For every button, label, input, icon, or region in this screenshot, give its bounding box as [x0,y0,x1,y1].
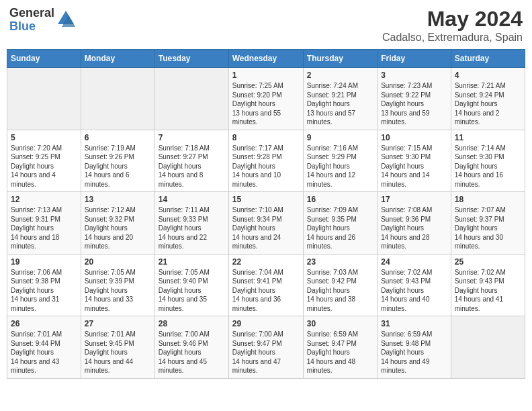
day-number: 4 [455,71,521,80]
sunrise-label: Sunrise: 7:21 AM [455,82,506,89]
cell-content: Sunrise: 7:11 AMSunset: 9:33 PMDaylight … [159,205,225,251]
daylight-label: Daylight hours [232,163,275,170]
daylight-label: Daylight hours [85,349,128,356]
day-number: 23 [307,257,373,267]
calendar-cell [154,68,228,130]
month-title: May 2024 [382,7,523,32]
calendar-cell: 3Sunrise: 7:23 AMSunset: 9:22 PMDaylight… [378,68,451,130]
cell-content: Sunrise: 7:02 AMSunset: 9:43 PMDaylight … [381,268,447,314]
cell-content: Sunrise: 6:59 AMSunset: 9:48 PMDaylight … [381,330,447,375]
sunset-label: Sunset: 9:43 PM [455,277,504,285]
day-number: 2 [307,71,373,80]
daylight-label: Daylight hours [159,349,202,356]
sunrise-label: Sunrise: 6:59 AM [307,330,358,338]
day-number: 28 [159,319,225,328]
day-number: 29 [232,319,300,328]
sunrise-label: Sunrise: 7:00 AM [232,330,283,338]
day-number: 14 [159,195,225,204]
sunset-label: Sunset: 9:35 PM [307,216,357,223]
calendar-cell: 29Sunrise: 7:00 AMSunset: 9:47 PMDayligh… [228,316,303,379]
sunrise-label: Sunrise: 7:25 AM [232,82,283,89]
calendar-week-3: 12Sunrise: 7:13 AMSunset: 9:31 PMDayligh… [7,192,525,255]
sunrise-label: Sunrise: 7:05 AM [85,269,136,276]
daylight-value: 14 hours and 2 minutes. [455,109,500,126]
sunrise-label: Sunrise: 7:03 AM [307,269,358,276]
daylight-label: Daylight hours [381,287,424,294]
daylight-label: Daylight hours [455,100,498,107]
day-number: 7 [159,133,225,142]
calendar-week-1: 1Sunrise: 7:25 AMSunset: 9:20 PMDaylight… [7,68,525,130]
sunset-label: Sunset: 9:34 PM [232,216,282,223]
day-number: 12 [11,195,77,204]
day-number: 25 [455,257,521,267]
page-header: General Blue May 2024 Cadalso, Extremadu… [7,7,525,44]
daylight-value: 14 hours and 26 minutes. [307,234,355,250]
calendar-cell: 12Sunrise: 7:13 AMSunset: 9:31 PMDayligh… [7,192,81,255]
day-number: 21 [159,257,225,267]
header-friday: Friday [378,50,451,68]
daylight-label: Daylight hours [232,349,275,356]
daylight-value: 14 hours and 12 minutes. [307,171,355,188]
cell-content: Sunrise: 7:21 AMSunset: 9:24 PMDaylight … [455,81,521,127]
calendar-cell: 13Sunrise: 7:12 AMSunset: 9:32 PMDayligh… [81,192,154,255]
title-block: May 2024 Cadalso, Extremadura, Spain [382,7,523,44]
sunrise-label: Sunrise: 7:20 AM [11,144,62,152]
cell-content: Sunrise: 7:06 AMSunset: 9:38 PMDaylight … [11,268,77,314]
sunrise-label: Sunrise: 7:17 AM [232,144,283,152]
calendar-week-5: 26Sunrise: 7:01 AMSunset: 9:44 PMDayligh… [7,316,525,379]
daylight-value: 14 hours and 24 minutes. [232,234,281,250]
day-number: 26 [11,319,77,328]
calendar-cell [7,68,81,130]
cell-content: Sunrise: 7:00 AMSunset: 9:46 PMDaylight … [159,330,225,375]
sunset-label: Sunset: 9:42 PM [307,277,357,285]
day-number: 24 [381,257,447,267]
cell-content: Sunrise: 6:59 AMSunset: 9:47 PMDaylight … [307,330,373,375]
daylight-label: Daylight hours [381,163,424,170]
sunset-label: Sunset: 9:36 PM [381,216,431,223]
daylight-label: Daylight hours [307,349,350,356]
sunrise-label: Sunrise: 7:01 AM [85,330,136,338]
sunrise-label: Sunrise: 7:19 AM [85,144,136,152]
daylight-label: Daylight hours [307,100,350,107]
calendar-cell: 31Sunrise: 6:59 AMSunset: 9:48 PMDayligh… [378,316,451,379]
sunset-label: Sunset: 9:32 PM [85,216,134,223]
sunset-label: Sunset: 9:45 PM [85,340,134,347]
calendar-cell: 4Sunrise: 7:21 AMSunset: 9:24 PMDaylight… [451,68,525,130]
day-number: 15 [232,195,300,204]
sunrise-label: Sunrise: 7:11 AM [159,206,210,214]
daylight-value: 14 hours and 38 minutes. [307,295,355,312]
calendar-cell: 16Sunrise: 7:09 AMSunset: 9:35 PMDayligh… [303,192,377,255]
sunset-label: Sunset: 9:46 PM [159,340,208,347]
calendar-cell: 26Sunrise: 7:01 AMSunset: 9:44 PMDayligh… [7,316,81,379]
daylight-label: Daylight hours [232,224,275,232]
calendar-cell: 5Sunrise: 7:20 AMSunset: 9:25 PMDaylight… [7,130,81,192]
sunrise-label: Sunrise: 7:02 AM [455,269,506,276]
calendar-cell: 11Sunrise: 7:14 AMSunset: 9:30 PMDayligh… [451,130,525,192]
daylight-label: Daylight hours [11,224,54,232]
header-monday: Monday [81,50,154,68]
calendar-header: SundayMondayTuesdayWednesdayThursdayFrid… [7,50,525,68]
daylight-value: 14 hours and 18 minutes. [11,234,59,250]
daylight-label: Daylight hours [159,163,202,170]
sunset-label: Sunset: 9:30 PM [381,153,431,161]
daylight-label: Daylight hours [85,287,128,294]
day-number: 27 [85,319,151,328]
daylight-label: Daylight hours [381,100,424,107]
calendar-cell: 6Sunrise: 7:19 AMSunset: 9:26 PMDaylight… [81,130,154,192]
calendar-cell: 28Sunrise: 7:00 AMSunset: 9:46 PMDayligh… [154,316,228,379]
calendar-table: SundayMondayTuesdayWednesdayThursdayFrid… [7,49,525,379]
day-number: 31 [381,319,447,328]
calendar-cell: 23Sunrise: 7:03 AMSunset: 9:42 PMDayligh… [303,254,377,316]
sunset-label: Sunset: 9:29 PM [307,153,357,161]
sunset-label: Sunset: 9:48 PM [381,340,431,347]
sunrise-label: Sunrise: 7:04 AM [232,269,283,276]
sunrise-label: Sunrise: 7:16 AM [307,144,358,152]
header-thursday: Thursday [303,50,377,68]
daylight-value: 14 hours and 16 minutes. [455,171,503,188]
sunset-label: Sunset: 9:28 PM [232,153,282,161]
calendar-cell: 20Sunrise: 7:05 AMSunset: 9:39 PMDayligh… [81,254,154,316]
sunrise-label: Sunrise: 7:18 AM [159,144,210,152]
daylight-label: Daylight hours [11,163,54,170]
sunrise-label: Sunrise: 7:23 AM [381,82,432,89]
cell-content: Sunrise: 7:16 AMSunset: 9:29 PMDaylight … [307,144,373,189]
